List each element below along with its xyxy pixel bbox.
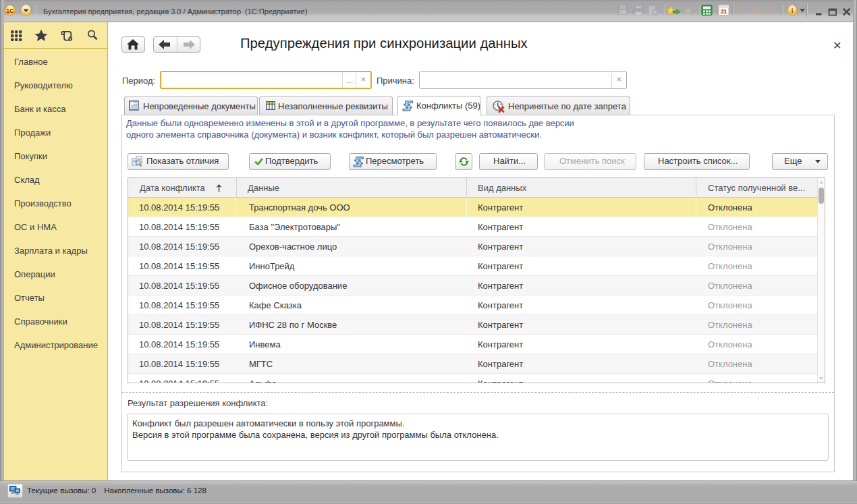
- svg-text:i: i: [791, 6, 793, 14]
- svg-text:M+: M+: [751, 6, 762, 14]
- svg-text:M-: M-: [767, 6, 775, 14]
- svg-text:31: 31: [721, 8, 727, 15]
- svg-text:M: M: [736, 6, 742, 14]
- svg-text:1С: 1С: [6, 7, 14, 14]
